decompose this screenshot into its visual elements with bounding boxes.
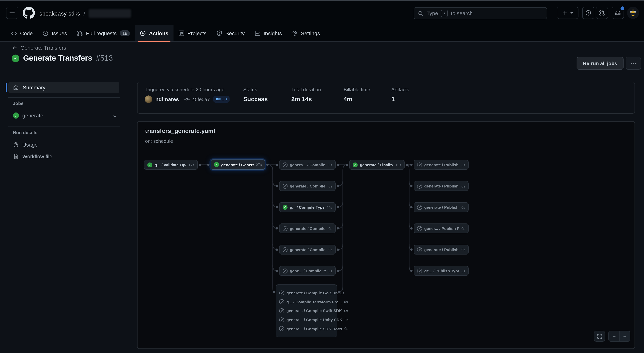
job-duration: 0s — [462, 226, 465, 230]
hamburger-menu-button[interactable] — [6, 7, 18, 19]
run-title-row: Generate Transfers #513 — [12, 54, 113, 62]
skipped-icon — [279, 317, 284, 322]
job-node-finalize-sdk[interactable]: generate / Finalize SDK 15s — [349, 160, 404, 170]
user-avatar[interactable] — [627, 7, 639, 19]
zoom-out-button[interactable]: − — [608, 331, 620, 342]
status-value: Success — [243, 96, 268, 103]
tab-security[interactable]: Security — [212, 25, 250, 41]
back-link[interactable]: Generate Transfers — [12, 45, 66, 51]
connector-dot — [266, 164, 268, 166]
tab-settings[interactable]: Settings — [287, 25, 325, 41]
dropdown-caret-icon — [570, 12, 573, 14]
job-node-publish-ruby-sdk[interactable]: generate / Publish Ruby SDK 0s — [414, 245, 468, 254]
create-new-button[interactable] — [557, 7, 578, 19]
job-duration: 0s — [462, 248, 465, 252]
pull-requests-count-badge: 18 — [120, 30, 130, 36]
success-icon — [214, 162, 219, 167]
issue-opened-icon — [585, 10, 591, 16]
success-icon — [12, 54, 19, 62]
job-node-compile-python-sdk[interactable]: gene... / Compile Python SDK 0s — [279, 266, 336, 276]
sidebar-item-workflow-file[interactable]: Workflow file — [13, 154, 52, 160]
issue-opened-icon — [42, 30, 49, 36]
job-duration: 0s — [344, 309, 348, 313]
job-node-compile-swift-sdk[interactable]: genera... / Compile Swift SDK 0s — [279, 308, 334, 313]
tab-label: Actions — [149, 30, 168, 36]
job-node-compile-ruby-sdk[interactable]: genera... / Compile Ruby SDK 0s — [279, 160, 336, 170]
search-input[interactable]: Type / to search — [414, 7, 547, 19]
tab-insights[interactable]: Insights — [250, 25, 287, 41]
commit-sha-link[interactable]: 45fe0a7 — [192, 96, 210, 102]
breadcrumb-separator: / — [84, 10, 85, 16]
job-node-compile-php-sdk[interactable]: generate / Compile PHP SDK 0s — [279, 245, 336, 254]
job-node-generate-sdk[interactable]: generate / Generate SDK 27s — [211, 160, 265, 170]
skipped-icon — [417, 205, 422, 210]
breadcrumb: speakeasy-sdks / — [40, 9, 131, 18]
connector-dot — [410, 227, 412, 230]
sidebar-item-usage[interactable]: Usage — [13, 142, 38, 148]
breadcrumb-org-link[interactable]: speakeasy-sdks — [40, 10, 80, 16]
actor-name[interactable]: ndimares — [155, 96, 179, 102]
job-node-compile-unity-sdk[interactable]: genera... / Compile Unity SDK 0s — [279, 317, 334, 322]
job-node-compile-csharp-sdk[interactable]: generate / Compile C# SDK 0s — [279, 224, 336, 233]
search-placeholder-suffix: to search — [451, 10, 473, 16]
connector-dot — [406, 164, 408, 166]
tab-actions[interactable]: Actions — [135, 25, 173, 41]
gear-icon — [292, 30, 298, 36]
sidebar-active-indicator — [6, 83, 7, 92]
repo-name-redacted[interactable] — [88, 9, 131, 18]
chevron-down-icon[interactable] — [112, 114, 118, 119]
bee-avatar-image — [628, 8, 638, 18]
stopwatch-icon — [13, 142, 19, 148]
skipped-icon — [282, 162, 288, 167]
job-node-publish-csharp-sdk[interactable]: generate / Publish C# SDK 0s — [414, 160, 468, 170]
fit-view-button[interactable] — [594, 331, 605, 342]
job-node-publish-php-sdk[interactable]: generate / Publish PHP SDK 0s — [414, 202, 468, 212]
branch-badge[interactable]: main — [214, 96, 230, 103]
connector-dot — [276, 164, 278, 166]
job-duration: 0s — [328, 184, 332, 188]
global-pull-requests-button[interactable] — [596, 7, 608, 19]
job-label: generate / Publish Java SDK — [424, 184, 459, 188]
job-node-compile-java-sdk[interactable]: generate / Compile Java SDK 0s — [279, 181, 336, 191]
tab-projects[interactable]: Projects — [173, 25, 212, 41]
sidebar-divider — [8, 97, 120, 98]
sidebar-divider — [8, 126, 120, 127]
github-logo[interactable] — [23, 7, 35, 19]
tab-issues[interactable]: Issues — [38, 25, 72, 41]
connector-dot — [410, 248, 412, 251]
job-node-compile-typescript-sdk[interactable]: g... / Compile Typescript S... 44s — [279, 202, 336, 212]
job-node-compile-terraform-provider[interactable]: g... / Compile Terraform Pro... 0s — [279, 300, 334, 304]
notifications-inbox-button[interactable] — [612, 7, 624, 19]
skipped-icon — [417, 268, 422, 273]
fullscreen-icon — [597, 334, 602, 339]
job-duration: 0s — [328, 248, 332, 252]
connector-dot — [276, 227, 278, 230]
tab-code[interactable]: Code — [6, 25, 38, 41]
rerun-all-jobs-button[interactable]: Re-run all jobs — [576, 57, 624, 70]
zoom-in-button[interactable]: + — [620, 331, 630, 342]
duration-value: 2m 14s — [291, 96, 321, 103]
sidebar-item-summary[interactable]: Summary — [8, 82, 119, 93]
job-node-compile-sdk-docs[interactable]: genera... / Compile SDK Docs 0s — [279, 326, 334, 331]
workflow-graph-panel[interactable]: transfers_generate.yaml on: schedule — [137, 121, 635, 349]
job-duration: 0s — [462, 184, 465, 188]
sidebar-job-generate[interactable]: generate — [13, 112, 44, 118]
global-issues-button[interactable] — [582, 7, 594, 19]
tab-label: Code — [20, 30, 33, 36]
job-node-publish-python-sdk[interactable]: gener... / Publish Python SDK 0s — [414, 224, 468, 233]
job-label: generate / Generate SDK — [221, 162, 254, 167]
job-node-compile-go-sdk[interactable]: generate / Compile Go SDK 0s — [279, 290, 334, 295]
tab-pull-requests[interactable]: Pull requests 18 — [72, 25, 135, 41]
file-code-icon — [13, 154, 19, 160]
job-duration: 44s — [326, 205, 332, 209]
shield-icon — [216, 30, 222, 36]
job-node-validate-openapi-doc[interactable]: g... / Validate OpenAPI Doc... 17s — [144, 160, 198, 170]
job-node-publish-java-sdk[interactable]: generate / Publish Java SDK 0s — [414, 181, 468, 191]
skipped-icon — [279, 290, 284, 295]
run-options-kebab-button[interactable] — [626, 57, 641, 70]
job-label: generate / Publish C# SDK — [424, 162, 459, 167]
tab-label: Security — [226, 30, 244, 36]
job-node-cluster[interactable]: generate / Compile Go SDK 0s g... / Comp… — [276, 284, 337, 337]
job-node-publish-typescript-sdk[interactable]: ge... / Publish Typescript SDK 0s — [414, 266, 468, 276]
actor-avatar[interactable] — [145, 96, 152, 103]
